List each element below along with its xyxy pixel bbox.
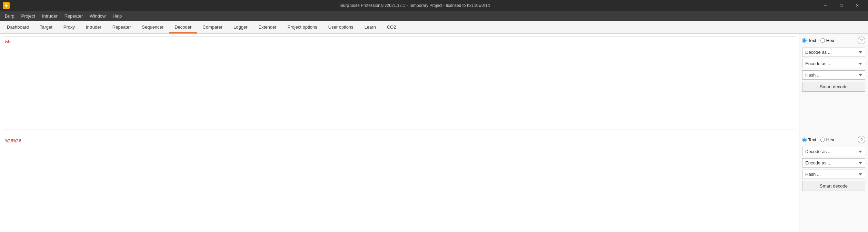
tab-dashboard[interactable]: Dashboard [1,22,34,33]
tab-user-options[interactable]: User options [323,22,359,33]
burp-logo [3,2,10,9]
tab-decoder[interactable]: Decoder [169,22,197,33]
decoder-panel-bottom: %26%26 Text Hex ? Decode as ... Encode a… [0,133,868,232]
input-area-top[interactable]: && [3,37,796,130]
controls-top: Text Hex ? Decode as ... Encode as ... H… [799,34,868,133]
hex-radio-label-bottom: Hex [826,137,834,142]
text-radio-bottom[interactable]: Text [802,137,816,142]
input-textarea-top[interactable]: && [3,37,796,130]
maximize-button[interactable]: □ [834,0,849,11]
hex-radio-bottom[interactable]: Hex [820,137,834,142]
minimize-button[interactable]: ─ [818,0,834,11]
help-button-bottom[interactable]: ? [858,136,865,143]
encode-dropdown-bottom[interactable]: Encode as ... [802,158,865,168]
tab-extender[interactable]: Extender [253,22,282,33]
decoder-panel-top: && Text Hex ? Decode as ... Encode as ..… [0,34,868,133]
format-selector-top: Text Hex ? [802,37,865,44]
hex-radio-top[interactable]: Hex [820,38,834,43]
tab-proxy[interactable]: Proxy [58,22,80,33]
close-button[interactable]: ✕ [849,0,865,11]
window-controls: ─ □ ✕ [818,0,865,11]
menu-item-project[interactable]: Project [18,12,38,20]
text-radio-top[interactable]: Text [802,38,816,43]
hex-radio-label-top: Hex [826,38,834,43]
decode-dropdown-bottom[interactable]: Decode as ... [802,147,865,156]
main-content: && Text Hex ? Decode as ... Encode as ..… [0,34,868,232]
text-radio-label-top: Text [808,38,816,43]
format-selector-bottom: Text Hex ? [802,136,865,143]
tab-comparer[interactable]: Comparer [197,22,228,33]
tab-learn[interactable]: Learn [359,22,381,33]
decode-dropdown-top[interactable]: Decode as ... [802,48,865,57]
tab-project-options[interactable]: Project options [282,22,323,33]
text-radio-label-bottom: Text [808,137,816,142]
smart-decode-button-top[interactable]: Smart decode [802,82,865,92]
menu-item-help[interactable]: Help [109,12,125,20]
encode-dropdown-top[interactable]: Encode as ... [802,59,865,68]
tab-target[interactable]: Target [34,22,58,33]
tabbar: DashboardTargetProxyIntruderRepeaterSequ… [0,21,868,34]
tab-repeater[interactable]: Repeater [107,22,136,33]
smart-decode-button-bottom[interactable]: Smart decode [802,181,865,191]
tab-sequencer[interactable]: Sequencer [136,22,169,33]
input-textarea-bottom[interactable]: %26%26 [3,136,796,229]
menu-item-intruder[interactable]: Intruder [39,12,61,20]
controls-bottom: Text Hex ? Decode as ... Encode as ... H… [799,133,868,232]
titlebar: Burp Suite Professional v2021.12.1 - Tem… [0,0,868,11]
hash-dropdown-top[interactable]: Hash ... [802,70,865,80]
hash-dropdown-bottom[interactable]: Hash ... [802,170,865,179]
menu-item-window[interactable]: Window [86,12,109,20]
menubar: BurpProjectIntruderRepeaterWindowHelp [0,11,868,21]
tab-co2[interactable]: CO2 [381,22,402,33]
help-button-top[interactable]: ? [858,37,865,44]
tab-logger[interactable]: Logger [228,22,253,33]
menu-item-repeater[interactable]: Repeater [61,12,86,20]
input-area-bottom[interactable]: %26%26 [3,136,796,229]
tab-intruder[interactable]: Intruder [80,22,107,33]
window-title: Burp Suite Professional v2021.12.1 - Tem… [12,3,818,8]
menu-item-burp[interactable]: Burp [1,12,18,20]
